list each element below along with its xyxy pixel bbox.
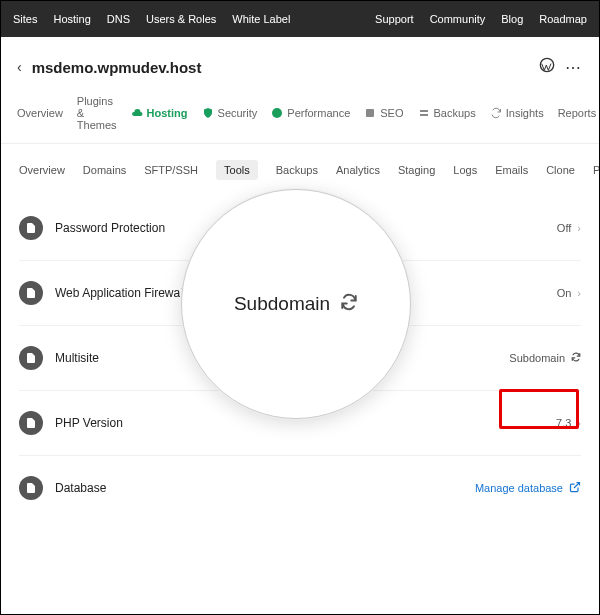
tab-reports[interactable]: Reports — [558, 107, 597, 119]
external-link-icon — [569, 481, 581, 495]
sub-tabs-left: OverviewDomainsSFTP/SSHToolsBackupsAnaly… — [19, 160, 528, 180]
row-title: Multisite — [55, 351, 99, 365]
tab-performance[interactable]: Performance — [271, 107, 350, 119]
topnav-white-label[interactable]: White Label — [232, 13, 290, 25]
row-title: Database — [55, 481, 106, 495]
setting-row-database[interactable]: DatabaseManage database — [19, 455, 581, 520]
sub-tabs-right: ClonePricing — [546, 164, 600, 176]
page-header: ‹ msdemo.wpmudev.host ⋯ — [1, 37, 599, 87]
back-button[interactable]: ‹ — [17, 59, 22, 75]
row-value[interactable]: Subdomain — [509, 352, 581, 364]
subtab-backups[interactable]: Backups — [276, 164, 318, 176]
chevron-right-icon: › — [577, 417, 581, 429]
tab-seo[interactable]: SEO — [364, 107, 403, 119]
row-value[interactable]: Manage database — [475, 481, 581, 495]
chevron-right-icon: › — [577, 287, 581, 299]
tab-insights[interactable]: Insights — [490, 107, 544, 119]
topnav-roadmap[interactable]: Roadmap — [539, 13, 587, 25]
topnav-hosting[interactable]: Hosting — [53, 13, 90, 25]
subtab-tools[interactable]: Tools — [216, 160, 258, 180]
top-nav-left: SitesHostingDNSUsers & RolesWhite Label — [13, 13, 290, 25]
subtab-overview[interactable]: Overview — [19, 164, 65, 176]
zoom-label: Subdomain — [234, 293, 330, 315]
row-value[interactable]: On› — [557, 287, 581, 299]
subtab-pricing[interactable]: Pricing — [593, 164, 600, 176]
subtab-domains[interactable]: Domains — [83, 164, 126, 176]
site-title: msdemo.wpmudev.host — [32, 59, 202, 76]
wordpress-icon[interactable] — [539, 57, 555, 77]
row-value[interactable]: 7.3› — [556, 417, 581, 429]
more-menu-icon[interactable]: ⋯ — [565, 58, 583, 77]
topnav-support[interactable]: Support — [375, 13, 414, 25]
tab-security[interactable]: Security — [202, 107, 258, 119]
topnav-users---roles[interactable]: Users & Roles — [146, 13, 216, 25]
tab-backups[interactable]: Backups — [418, 107, 476, 119]
subtab-analytics[interactable]: Analytics — [336, 164, 380, 176]
row-icon — [19, 476, 43, 500]
row-icon — [19, 281, 43, 305]
topnav-community[interactable]: Community — [430, 13, 486, 25]
svg-rect-3 — [420, 110, 428, 112]
subtab-logs[interactable]: Logs — [453, 164, 477, 176]
row-icon — [19, 411, 43, 435]
top-navigation: SitesHostingDNSUsers & RolesWhite Label … — [1, 1, 599, 37]
svg-rect-4 — [420, 114, 428, 116]
refresh-icon — [340, 293, 358, 316]
subtab-staging[interactable]: Staging — [398, 164, 435, 176]
tab-overview[interactable]: Overview — [17, 107, 63, 119]
tab-plugins---themes[interactable]: Plugins & Themes — [77, 95, 117, 131]
topnav-dns[interactable]: DNS — [107, 13, 130, 25]
subtab-emails[interactable]: Emails — [495, 164, 528, 176]
row-icon — [19, 216, 43, 240]
subtab-clone[interactable]: Clone — [546, 164, 575, 176]
svg-rect-2 — [366, 109, 374, 117]
tab-hosting[interactable]: Hosting — [131, 107, 188, 119]
row-value[interactable]: Off› — [557, 222, 581, 234]
svg-point-1 — [272, 108, 282, 118]
zoom-callout: Subdomain — [181, 189, 411, 419]
row-icon — [19, 346, 43, 370]
chevron-right-icon: › — [577, 222, 581, 234]
topnav-sites[interactable]: Sites — [13, 13, 37, 25]
topnav-blog[interactable]: Blog — [501, 13, 523, 25]
row-title: PHP Version — [55, 416, 123, 430]
top-nav-right: SupportCommunityBlogRoadmap — [375, 13, 587, 25]
row-title: Web Application Firewall — [55, 286, 186, 300]
main-tabs: OverviewPlugins & ThemesHostingSecurityP… — [1, 87, 599, 144]
subtab-sftpssh[interactable]: SFTP/SSH — [144, 164, 198, 176]
row-title: Password Protection — [55, 221, 165, 235]
refresh-icon — [571, 352, 581, 364]
